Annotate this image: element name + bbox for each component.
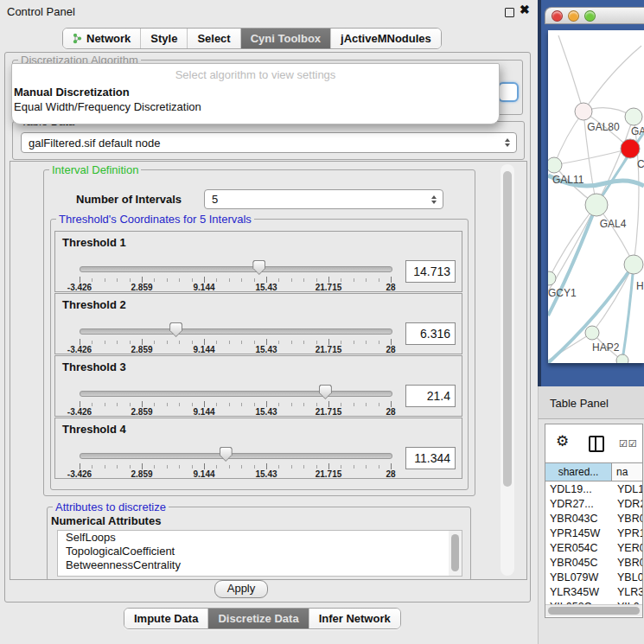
attribute-item-selfloops[interactable]: SelfLoops: [58, 531, 462, 545]
popup-item-manual-discretization[interactable]: Manual Discretization: [12, 85, 499, 99]
gear-icon[interactable]: ⚙: [556, 434, 569, 449]
cell-name[interactable]: YBR0: [612, 556, 642, 571]
scrollbar-thumb[interactable]: [503, 171, 512, 487]
close-icon[interactable]: ✖: [520, 3, 530, 16]
tab-label: Impute Data: [134, 612, 198, 625]
network-edge: [548, 265, 634, 363]
minimize-traffic-light[interactable]: [568, 10, 579, 22]
table-row: YDL19...YDL1: [545, 482, 642, 497]
slider-track[interactable]: [80, 328, 392, 335]
network-node-hap2[interactable]: [585, 326, 599, 340]
cell-shared-name[interactable]: YBR045C: [545, 556, 612, 571]
threshold-value-field[interactable]: 21.4: [405, 385, 456, 407]
column-header-na[interactable]: na: [612, 463, 642, 481]
network-node-gcy1[interactable]: [548, 271, 556, 285]
threshold-label: Threshold 1: [62, 236, 126, 249]
threshold-value-field[interactable]: 14.713: [405, 260, 456, 283]
tab-style[interactable]: Style: [140, 29, 187, 48]
attribute-item-betweennesscentrality[interactable]: BetweennessCentrality: [58, 558, 462, 572]
network-view-canvas[interactable]: GAL80GACGAL11GAL4GCY1HHAP2: [548, 30, 644, 363]
tab-jactivemnodules[interactable]: jActiveMNodules: [330, 29, 441, 48]
tick-mark: [130, 278, 131, 282]
tab-cyni-toolbox[interactable]: Cyni Toolbox: [240, 29, 330, 48]
tick-mark: [328, 339, 329, 345]
network-node-c[interactable]: [621, 139, 640, 158]
cell-shared-name[interactable]: YDL19...: [545, 482, 612, 497]
table-hscrollbar[interactable]: [545, 604, 642, 616]
slider-thumb[interactable]: [220, 447, 233, 462]
tab-select[interactable]: Select: [187, 29, 239, 48]
cell-name[interactable]: YDL1: [612, 482, 642, 497]
network-node-gal4[interactable]: [585, 194, 608, 216]
tick-mark: [391, 463, 392, 469]
scrollbar-thumb[interactable]: [548, 607, 640, 615]
number-of-intervals-combo[interactable]: 5: [204, 189, 443, 209]
apply-button[interactable]: Apply: [214, 580, 268, 598]
tick-mark: [167, 341, 168, 344]
cell-shared-name[interactable]: YPR145W: [545, 526, 612, 541]
cell-name[interactable]: YBR0: [612, 512, 642, 526]
tick-mark: [167, 278, 168, 282]
close-traffic-light[interactable]: [552, 10, 563, 22]
cell-name[interactable]: YER0: [612, 541, 642, 556]
tick-mark: [179, 465, 180, 469]
tick-label: 2.859: [131, 469, 152, 479]
tick-mark: [241, 465, 242, 469]
slider-thumb[interactable]: [319, 385, 332, 399]
cell-name[interactable]: YDR2: [612, 497, 642, 512]
tick-label: -3.426: [67, 283, 92, 292]
algorithm-combo-focus-ring[interactable]: [498, 82, 519, 102]
cell-name[interactable]: YPR1: [612, 526, 642, 541]
cell-shared-name[interactable]: YLR345W: [545, 585, 612, 600]
network-node-gal11[interactable]: [548, 157, 562, 173]
popup-item-equal-width-frequency-discretization[interactable]: Equal Width/Frequency Discretization: [12, 99, 499, 114]
slider-track[interactable]: [80, 266, 392, 272]
attribute-item-topologicalcoefficient[interactable]: TopologicalCoefficient: [58, 545, 462, 558]
cell-shared-name[interactable]: YBR043C: [545, 512, 612, 526]
threshold-value-field[interactable]: 6.316: [405, 322, 456, 345]
tick-mark: [266, 277, 267, 283]
tick-label: 15.43: [255, 407, 277, 417]
cell-name[interactable]: YBL0: [612, 571, 642, 585]
slider-track[interactable]: [80, 453, 392, 459]
network-window-titlebar[interactable]: [545, 7, 644, 24]
tick-label: 2.859: [131, 283, 152, 292]
tab-infer-network[interactable]: Infer Network: [309, 609, 400, 628]
network-node[interactable]: [616, 354, 628, 363]
tick-label: 21.715: [316, 283, 342, 292]
slider-thumb[interactable]: [252, 260, 265, 275]
checkboxes-icon[interactable]: ☑☑: [619, 438, 638, 450]
numerical-attributes-list[interactable]: SelfLoopsTopologicalCoefficientBetweenne…: [57, 530, 462, 577]
tab-network[interactable]: Network: [63, 29, 140, 48]
tick-mark: [142, 277, 143, 283]
tick-label: 21.715: [316, 469, 342, 479]
settings-scrollbar[interactable]: [501, 164, 514, 576]
table-panel-title: Table Panel: [550, 397, 609, 410]
tab-discretize-data[interactable]: Discretize Data: [207, 609, 308, 628]
slider-track[interactable]: [80, 391, 392, 397]
cell-shared-name[interactable]: YDR27...: [545, 497, 612, 512]
column-header-shared[interactable]: shared...: [545, 463, 612, 481]
slider-thumb[interactable]: [169, 322, 182, 337]
tick-mark: [391, 277, 392, 283]
threshold-label: Threshold 4: [62, 423, 126, 436]
tick-mark: [328, 463, 329, 469]
network-node-h[interactable]: [624, 255, 643, 274]
network-node-ga[interactable]: [625, 108, 642, 125]
network-node-gal80[interactable]: [575, 103, 592, 120]
float-window-icon[interactable]: [505, 8, 514, 17]
list-scrollbar[interactable]: [449, 531, 462, 576]
cell-name[interactable]: YLR3: [612, 585, 642, 600]
zoom-traffic-light[interactable]: [584, 10, 596, 22]
tab-label: Style: [150, 32, 177, 45]
tab-impute-data[interactable]: Impute Data: [124, 609, 207, 628]
tick-mark: [105, 403, 105, 406]
columns-icon[interactable]: [589, 436, 604, 452]
tab-label: Network: [86, 32, 131, 45]
tick-mark: [154, 403, 155, 406]
cell-shared-name[interactable]: YBL079W: [545, 571, 612, 585]
cell-shared-name[interactable]: YER054C: [545, 541, 612, 556]
threshold-value-field[interactable]: 11.344: [405, 447, 456, 469]
node-label: GAL80: [587, 121, 620, 133]
table-data-combo[interactable]: galFiltered.sif default node: [21, 132, 517, 153]
